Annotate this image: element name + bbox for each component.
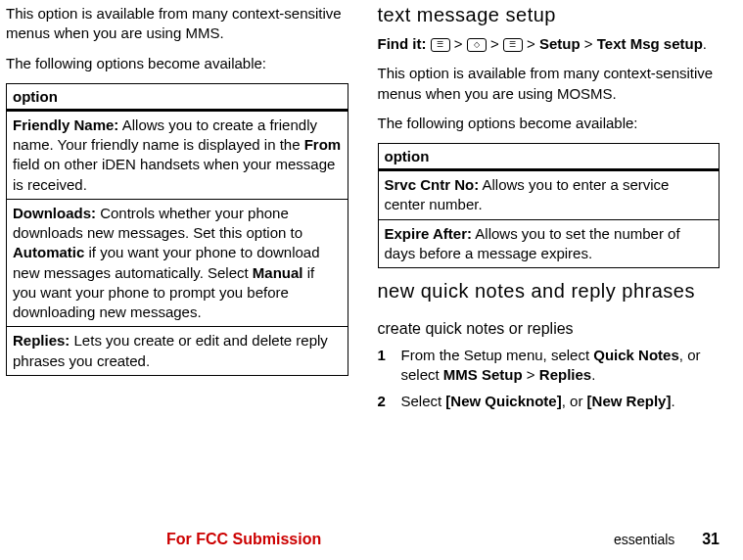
menu-key-icon: ☰ [503,38,523,52]
table-row: Friendly Name: Allows you to create a fr… [7,110,348,199]
menu-key-icon: ☰ [431,38,450,52]
table-header: option [378,144,720,170]
page-number: 31 [702,531,720,547]
table-header: option [7,83,348,110]
nav-key-icon: ◇ [467,38,487,52]
step-number: 2 [378,392,401,411]
right-intro-2: The following options become available: [378,114,720,133]
page-footer: For FCC Submission essentials 31 [0,531,743,548]
right-options-table: option Srvc Cntr No: Allows you to enter… [378,143,720,268]
quick-notes-heading: new quick notes and reply phrases [378,280,720,303]
path-text-msg-setup: Text Msg setup [597,35,703,52]
option-label: Friendly Name: [13,117,118,133]
option-label: Downloads: [13,205,96,221]
left-intro-2: The following options become available: [6,54,348,73]
fcc-submission-label: For FCC Submission [166,531,321,548]
create-quick-notes-subheading: create quick notes or replies [378,320,720,338]
step-number: 1 [378,346,401,386]
right-intro-1: This option is available from many conte… [378,64,720,104]
right-column: text message setup Find it: ☰ > ◇ > ☰ > … [378,4,720,513]
left-intro-1: This option is available from many conte… [6,4,348,44]
table-row: Downloads: Controls whether your phone d… [7,199,348,327]
left-options-table: option Friendly Name: Allows you to crea… [6,83,348,376]
table-row: Replies: Lets you create or edit and del… [7,327,348,376]
option-label: Replies: [13,332,70,349]
path-setup: Setup [539,35,580,52]
step-2: 2 Select [New Quicknote], or [New Reply]… [378,392,720,411]
option-label: Expire After: [385,225,472,242]
find-it-label: Find it: [378,35,427,52]
option-label: Srvc Cntr No: [385,176,480,193]
find-it-line: Find it: ☰ > ◇ > ☰ > Setup > Text Msg se… [378,34,720,54]
table-row: Expire After: Allows you to set the numb… [378,219,720,268]
text-message-setup-heading: text message setup [378,4,720,26]
table-row: Srvc Cntr No: Allows you to enter a serv… [378,170,720,220]
left-column: This option is available from many conte… [6,4,348,513]
step-1: 1 From the Setup menu, select Quick Note… [378,346,720,386]
section-label: essentials [614,532,674,547]
